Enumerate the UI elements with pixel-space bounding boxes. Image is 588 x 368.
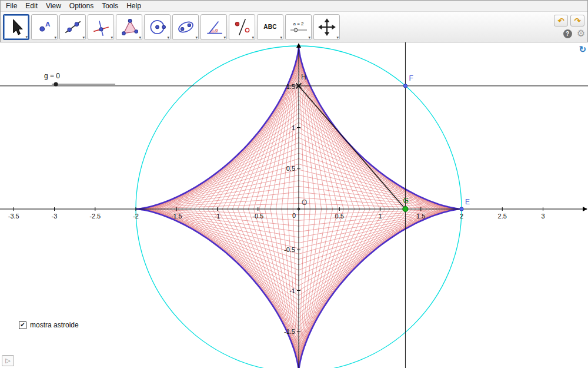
point-label-O: O xyxy=(302,198,307,207)
point-label-F: F xyxy=(409,74,413,82)
slider-tool-label: a = 2 xyxy=(293,21,303,26)
menu-help[interactable]: Help xyxy=(122,1,145,11)
perpendicular-line-icon xyxy=(91,17,111,37)
svg-text:A: A xyxy=(45,19,51,27)
geogebra-window: File Edit View Options Tools Help ▾ A ▾ xyxy=(0,0,588,368)
point-tool[interactable]: A ▾ xyxy=(31,14,58,40)
point-label-E: E xyxy=(465,198,470,206)
x-tick-label: 1 xyxy=(378,213,382,220)
tool-options-caret-icon[interactable]: ▾ xyxy=(195,35,198,39)
move-graphics-tool[interactable]: ▾ xyxy=(313,14,340,40)
angle-icon: α xyxy=(204,17,224,37)
move-tool[interactable]: ▾ xyxy=(3,14,29,40)
tool-options-caret-icon[interactable]: ▾ xyxy=(223,35,226,39)
x-tick-label: -1.5 xyxy=(171,213,182,220)
y-tick-label: -1.5 xyxy=(284,328,295,335)
redo-button[interactable]: ↷ xyxy=(570,15,584,26)
text-tool-label: ABC xyxy=(263,24,277,30)
settings-gear-icon[interactable]: ⚙ xyxy=(577,29,585,38)
toolbar: ▾ A ▾ ▾ ▾ xyxy=(0,12,588,42)
y-tick-label: -1 xyxy=(289,287,295,294)
x-tick-label: 0.5 xyxy=(335,213,344,220)
line-icon xyxy=(63,17,83,37)
point-E[interactable] xyxy=(460,207,463,211)
refresh-view-icon[interactable]: ↻ xyxy=(579,45,586,54)
move-view-icon xyxy=(317,17,337,37)
line-tool[interactable]: ▾ xyxy=(59,14,86,40)
x-axis-arrow xyxy=(583,207,587,211)
menu-file[interactable]: File xyxy=(2,1,21,11)
svg-text:α: α xyxy=(215,26,218,33)
segment-HG[interactable] xyxy=(299,86,405,209)
y-axis-arrow xyxy=(296,43,301,48)
x-tick-label: 3 xyxy=(541,213,544,220)
tool-options-caret-icon[interactable]: ▾ xyxy=(167,35,169,39)
tool-options-caret-icon[interactable]: ▾ xyxy=(252,35,254,39)
tool-options-caret-icon[interactable]: ▾ xyxy=(139,35,141,39)
slider-g-handle[interactable] xyxy=(54,82,58,87)
tool-options-caret-icon[interactable]: ▾ xyxy=(111,35,113,39)
perpendicular-line-tool[interactable]: ▾ xyxy=(88,14,114,40)
x-tick-label: -0.5 xyxy=(252,213,263,220)
circle-with-center-tool[interactable]: ▾ xyxy=(144,14,171,40)
checkbox-box[interactable]: ✔ xyxy=(19,321,26,329)
checkbox-mostra-astroide[interactable]: ✔ mostra astroide xyxy=(19,321,79,329)
angle-tool[interactable]: α ▾ xyxy=(201,14,227,40)
y-tick-label: 1 xyxy=(292,124,295,131)
checkbox-label: mostra astroide xyxy=(30,321,79,329)
menu-tools[interactable]: Tools xyxy=(98,1,122,11)
text-tool[interactable]: ABC ▾ xyxy=(257,14,283,40)
polygon-icon xyxy=(119,17,139,37)
slider-track-icon xyxy=(289,27,308,33)
menu-bar: File Edit View Options Tools Help xyxy=(0,0,588,12)
graphics-view[interactable]: -3.5-3-2.5-2-1.5-1-0.50.511.522.53-1.5-1… xyxy=(0,42,588,368)
reflect-icon xyxy=(232,17,252,37)
tool-options-caret-icon[interactable]: ▾ xyxy=(54,35,56,39)
slider-g-label: g = 0 xyxy=(44,72,60,80)
help-settings-group: ? ⚙ xyxy=(563,29,585,38)
undo-button[interactable]: ↶ xyxy=(554,15,568,26)
help-icon[interactable]: ? xyxy=(563,29,572,38)
x-tick-label: 1.5 xyxy=(416,213,425,220)
x-tick-label: -3 xyxy=(52,213,58,220)
tool-options-caret-icon[interactable]: ▾ xyxy=(82,35,85,39)
point-label-H: H xyxy=(301,73,306,81)
point-G[interactable] xyxy=(403,206,408,211)
conic-tool[interactable]: ▾ xyxy=(172,14,199,40)
reflect-tool[interactable]: ▾ xyxy=(229,14,255,40)
tool-options-caret-icon[interactable]: ▾ xyxy=(336,35,339,39)
ellipse-icon xyxy=(176,17,196,37)
x-tick-label: -1 xyxy=(215,213,220,220)
move-cursor-icon xyxy=(6,17,26,37)
origin-tick-label: 0 xyxy=(292,212,296,219)
slider-tool[interactable]: a = 2 ▾ xyxy=(285,14,312,40)
play-button[interactable]: ▷ xyxy=(2,355,14,366)
graphics-svg[interactable]: -3.5-3-2.5-2-1.5-1-0.50.511.522.53-1.5-1… xyxy=(0,42,588,368)
x-tick-label: -2 xyxy=(133,213,139,220)
polygon-tool[interactable]: ▾ xyxy=(116,14,142,40)
undo-icon: ↶ xyxy=(558,17,564,25)
tool-options-caret-icon[interactable]: ▾ xyxy=(25,35,28,39)
circle-icon xyxy=(148,17,168,37)
tool-options-caret-icon[interactable]: ▾ xyxy=(280,35,282,39)
menu-edit[interactable]: Edit xyxy=(21,1,42,11)
play-icon: ▷ xyxy=(5,357,10,364)
x-tick-label: 2.5 xyxy=(498,213,507,220)
undo-redo-group: ↶ ↷ xyxy=(554,15,584,26)
x-tick-label: 2 xyxy=(460,213,463,220)
redo-icon: ↷ xyxy=(574,17,581,25)
x-tick-label: -2.5 xyxy=(89,213,101,220)
point-icon: A xyxy=(35,17,55,37)
point-F[interactable] xyxy=(403,84,407,88)
menu-options[interactable]: Options xyxy=(65,1,98,11)
y-tick-label: 0.5 xyxy=(286,165,295,172)
check-icon: ✔ xyxy=(20,322,25,328)
tool-options-caret-icon[interactable]: ▾ xyxy=(308,35,310,39)
slider-tool-icon: a = 2 xyxy=(289,21,308,33)
point-O xyxy=(298,208,300,210)
point-label-G: G xyxy=(403,197,408,205)
x-tick-label: -3.5 xyxy=(8,213,19,220)
menu-view[interactable]: View xyxy=(42,1,65,11)
y-tick-label: -0.5 xyxy=(284,246,295,253)
y-tick-label: 1.5 xyxy=(286,83,295,90)
